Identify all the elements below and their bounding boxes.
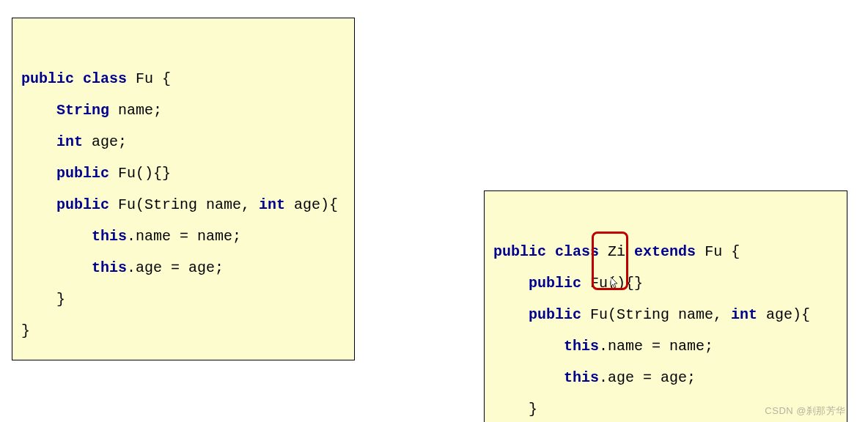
indent <box>21 196 56 213</box>
brace-close: } <box>56 291 65 308</box>
constructor-noarg: Fu(){} <box>109 165 171 182</box>
indent <box>21 133 56 150</box>
keyword-public: public <box>529 275 581 292</box>
keyword-public: public <box>21 70 74 87</box>
keyword-this: this <box>92 259 127 276</box>
type-int: int <box>731 306 757 323</box>
field-age: age; <box>92 133 127 150</box>
assign-age: .age = age; <box>599 369 696 386</box>
assign-name: .name = name; <box>127 228 241 245</box>
field-name: name; <box>118 102 162 119</box>
keyword-public: public <box>56 196 109 213</box>
keyword-extends: extends <box>634 243 696 260</box>
constructor-args: Fu(String name, <box>581 306 731 323</box>
constructor-args: Fu(String name, <box>109 196 259 213</box>
keyword-public: public <box>56 165 109 182</box>
indent <box>493 306 529 323</box>
watermark-text: CSDN @刹那芳华 <box>765 404 846 418</box>
type-int: int <box>56 133 92 150</box>
brace-open: { <box>722 243 740 260</box>
indent <box>493 275 529 292</box>
constructor-noarg: Fu(){} <box>581 275 643 292</box>
indent <box>21 228 92 245</box>
indent <box>21 165 56 182</box>
type-int: int <box>259 196 285 213</box>
indent <box>21 291 56 308</box>
constructor-args-end: age){ <box>757 306 810 323</box>
keyword-class: class <box>83 70 127 87</box>
assign-age: .age = age; <box>127 259 224 276</box>
indent <box>493 401 529 418</box>
keyword-public: public <box>529 306 581 323</box>
type-string: String <box>56 102 118 119</box>
brace-close: } <box>21 322 30 339</box>
keyword-public: public <box>493 243 546 260</box>
keyword-this: this <box>564 338 599 355</box>
class-name: Zi <box>608 243 625 260</box>
indent <box>21 259 92 276</box>
indent <box>21 102 56 119</box>
code-block-fu: public class Fu { String name; int age; … <box>12 18 355 360</box>
keyword-this: this <box>564 369 599 386</box>
brace-open: { <box>153 70 171 87</box>
code-block-zi: public class Zi extends Fu { public Fu()… <box>484 190 847 422</box>
parent-name: Fu <box>705 243 722 260</box>
keyword-class: class <box>555 243 599 260</box>
indent <box>493 369 564 386</box>
indent <box>493 338 564 355</box>
assign-name: .name = name; <box>599 338 713 355</box>
class-name: Fu <box>136 70 153 87</box>
keyword-this: this <box>92 228 127 245</box>
constructor-args-end: age){ <box>285 196 338 213</box>
brace-close: } <box>529 401 537 418</box>
